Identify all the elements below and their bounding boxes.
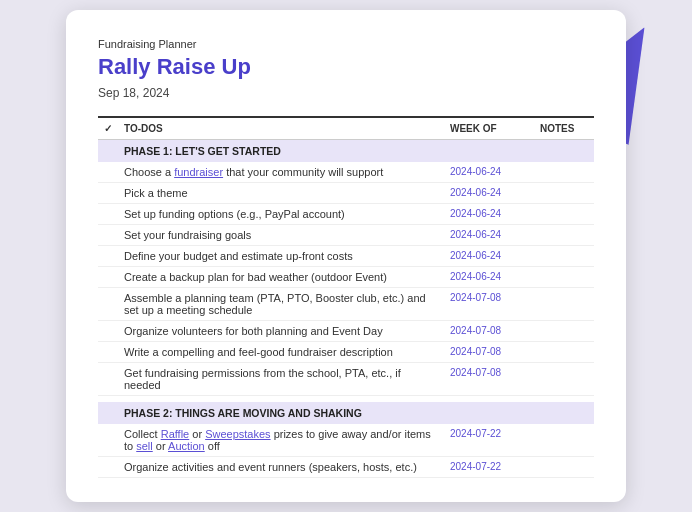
check-cell bbox=[98, 342, 118, 363]
notes-cell bbox=[534, 342, 594, 363]
notes-cell bbox=[534, 162, 594, 183]
task-cell: Define your budget and estimate up-front… bbox=[118, 246, 444, 267]
notes-cell bbox=[534, 288, 594, 321]
check-cell bbox=[98, 288, 118, 321]
task-cell: Organize activities and event runners (s… bbox=[118, 456, 444, 477]
task-cell: Collect Raffle or Sweepstakes prizes to … bbox=[118, 424, 444, 457]
planner-table: ✓ TO-DOS WEEK OF NOTES PHASE 1: LET'S GE… bbox=[98, 116, 594, 478]
table-row: Assemble a planning team (PTA, PTO, Boos… bbox=[98, 288, 594, 321]
table-row: Define your budget and estimate up-front… bbox=[98, 246, 594, 267]
card-label: Fundraising Planner bbox=[98, 38, 594, 50]
week-cell: 2024-07-08 bbox=[444, 288, 534, 321]
notes-cell bbox=[534, 456, 594, 477]
task-cell: Get fundraising permissions from the sch… bbox=[118, 363, 444, 396]
task-cell: Choose a fundraiser that your community … bbox=[118, 162, 444, 183]
table-row: Write a compelling and feel-good fundrai… bbox=[98, 342, 594, 363]
page-title: Rally Raise Up bbox=[98, 54, 594, 80]
week-cell: 2024-06-24 bbox=[444, 246, 534, 267]
task-cell: Create a backup plan for bad weather (ou… bbox=[118, 267, 444, 288]
notes-cell bbox=[534, 363, 594, 396]
notes-cell bbox=[534, 321, 594, 342]
raffle-link[interactable]: Raffle bbox=[161, 428, 190, 440]
sweepstakes-link[interactable]: Sweepstakes bbox=[205, 428, 270, 440]
notes-cell bbox=[534, 424, 594, 457]
main-card: Fundraising Planner Rally Raise Up Sep 1… bbox=[66, 10, 626, 502]
auction-link[interactable]: Auction bbox=[168, 440, 205, 452]
check-cell bbox=[98, 183, 118, 204]
week-cell: 2024-06-24 bbox=[444, 183, 534, 204]
week-cell: 2024-06-24 bbox=[444, 267, 534, 288]
table-row: Collect Raffle or Sweepstakes prizes to … bbox=[98, 424, 594, 457]
task-cell: Organize volunteers for both planning an… bbox=[118, 321, 444, 342]
todos-header: TO-DOS bbox=[118, 117, 444, 140]
table-row: Get fundraising permissions from the sch… bbox=[98, 363, 594, 396]
phase-row-2: PHASE 2: THINGS ARE MOVING AND SHAKING bbox=[98, 402, 594, 424]
table-row: Set up funding options (e.g., PayPal acc… bbox=[98, 204, 594, 225]
notes-cell bbox=[534, 246, 594, 267]
notes-cell bbox=[534, 204, 594, 225]
task-cell: Assemble a planning team (PTA, PTO, Boos… bbox=[118, 288, 444, 321]
notes-cell bbox=[534, 225, 594, 246]
table-row: Create a backup plan for bad weather (ou… bbox=[98, 267, 594, 288]
check-cell bbox=[98, 456, 118, 477]
table-header-row: ✓ TO-DOS WEEK OF NOTES bbox=[98, 117, 594, 140]
week-cell: 2024-07-08 bbox=[444, 321, 534, 342]
week-header: WEEK OF bbox=[444, 117, 534, 140]
check-cell bbox=[98, 321, 118, 342]
week-cell: 2024-07-22 bbox=[444, 456, 534, 477]
phase-row-1: PHASE 1: LET'S GET STARTED bbox=[98, 140, 594, 163]
week-cell: 2024-06-24 bbox=[444, 225, 534, 246]
task-cell: Set up funding options (e.g., PayPal acc… bbox=[118, 204, 444, 225]
task-cell: Set your fundraising goals bbox=[118, 225, 444, 246]
check-cell bbox=[98, 246, 118, 267]
table-row: Organize volunteers for both planning an… bbox=[98, 321, 594, 342]
card-date: Sep 18, 2024 bbox=[98, 86, 594, 100]
check-cell bbox=[98, 162, 118, 183]
notes-cell bbox=[534, 267, 594, 288]
check-cell bbox=[98, 204, 118, 225]
task-cell: Write a compelling and feel-good fundrai… bbox=[118, 342, 444, 363]
task-cell: Pick a theme bbox=[118, 183, 444, 204]
notes-cell bbox=[534, 183, 594, 204]
sell-link[interactable]: sell bbox=[136, 440, 153, 452]
check-header: ✓ bbox=[98, 117, 118, 140]
check-cell bbox=[98, 424, 118, 457]
table-row: Pick a theme2024-06-24 bbox=[98, 183, 594, 204]
week-cell: 2024-06-24 bbox=[444, 204, 534, 225]
notes-header: NOTES bbox=[534, 117, 594, 140]
week-cell: 2024-07-08 bbox=[444, 342, 534, 363]
check-cell bbox=[98, 267, 118, 288]
week-cell: 2024-06-24 bbox=[444, 162, 534, 183]
check-cell bbox=[98, 225, 118, 246]
fundraiser-link[interactable]: fundraiser bbox=[174, 166, 223, 178]
week-cell: 2024-07-08 bbox=[444, 363, 534, 396]
week-cell: 2024-07-22 bbox=[444, 424, 534, 457]
table-row: Set your fundraising goals2024-06-24 bbox=[98, 225, 594, 246]
table-row: Organize activities and event runners (s… bbox=[98, 456, 594, 477]
check-cell bbox=[98, 363, 118, 396]
table-row: Choose a fundraiser that your community … bbox=[98, 162, 594, 183]
